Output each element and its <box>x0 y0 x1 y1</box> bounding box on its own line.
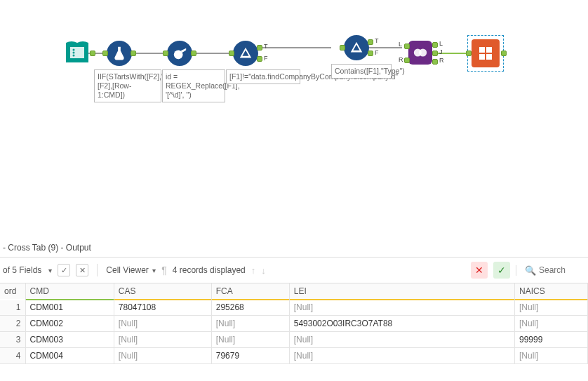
table-row[interactable]: 3CDM003[Null][Null][Null]99999 <box>0 332 588 348</box>
search-input[interactable] <box>539 265 581 275</box>
anchor-in[interactable] <box>229 51 234 56</box>
join-tool[interactable] <box>408 41 432 65</box>
cell[interactable]: CDM004 <box>25 348 114 364</box>
anchor-true[interactable] <box>368 39 373 45</box>
anchor-label-l: L <box>399 41 402 48</box>
cancel-button[interactable]: ✕ <box>471 262 488 279</box>
anchor-false[interactable] <box>368 51 373 56</box>
row-number: 3 <box>0 332 25 348</box>
cell[interactable]: 79679 <box>211 348 289 364</box>
fields-summary[interactable]: of 5 Fields <box>3 265 41 275</box>
apply-button[interactable]: ✓ <box>493 262 510 279</box>
cell[interactable]: CDM002 <box>25 316 114 332</box>
svg-point-2 <box>73 52 75 54</box>
anchor-label-j: J <box>439 48 443 55</box>
table-row[interactable]: 1CDM00178047108295268[Null][Null] <box>0 300 588 316</box>
anchor-false[interactable] <box>257 56 262 62</box>
expr-box-3[interactable]: [F1]!="data.findCompanyByCompanyId.compa… <box>226 69 300 84</box>
cell[interactable]: [Null] <box>515 300 588 316</box>
workflow-canvas[interactable]: T F T F L R L J R IIF(STartsWith([F2],'C… <box>0 0 588 140</box>
expr-box-4[interactable]: Contains([F1],"Type") <box>331 64 392 79</box>
cell[interactable]: 295268 <box>211 300 289 316</box>
column-header[interactable]: CAS <box>114 283 211 300</box>
cell[interactable]: [Null] <box>114 332 211 348</box>
row-number: 4 <box>0 348 25 364</box>
x-small-icon[interactable]: ✕ <box>76 264 88 276</box>
svg-point-3 <box>73 55 75 57</box>
anchor-label-t: T <box>375 37 379 44</box>
anchor-in[interactable] <box>163 51 168 56</box>
arrow-down-icon[interactable]: ↓ <box>261 265 266 276</box>
cell[interactable]: [Null] <box>515 316 588 332</box>
column-header[interactable]: NAICS <box>515 283 588 300</box>
cell[interactable]: [Null] <box>114 348 211 364</box>
expr-box-2[interactable]: id = REGEX_Replace([F1], '[^\d]', '') <box>162 69 225 102</box>
svg-point-6 <box>419 49 427 57</box>
anchor-in[interactable] <box>102 51 108 56</box>
anchor-j-out[interactable] <box>432 51 438 56</box>
separator <box>97 264 98 276</box>
anchor-in[interactable] <box>466 51 472 56</box>
search-icon: 🔍 <box>525 265 536 276</box>
column-header[interactable]: ord <box>0 283 25 300</box>
cell-viewer-dropdown[interactable]: Cell Viewer ▾ <box>106 265 156 275</box>
expr-box-1[interactable]: IIF(STartsWith([F2],'CDM'),[F2],[Row-1:C… <box>94 69 161 102</box>
cell[interactable]: [Null] <box>289 348 514 364</box>
formula-tool-1[interactable] <box>107 41 132 66</box>
cell[interactable]: [Null] <box>211 332 289 348</box>
column-header[interactable]: LEI <box>289 283 514 300</box>
input-data-tool[interactable] <box>63 39 91 69</box>
anchor-right-in[interactable] <box>404 58 410 63</box>
column-header[interactable]: CMD <box>25 283 114 300</box>
cell[interactable]: 78047108 <box>114 300 211 316</box>
cell[interactable]: 5493002O03IRC3O7AT88 <box>289 316 514 332</box>
table-row[interactable]: 4CDM004[Null]79679[Null][Null] <box>0 348 588 364</box>
svg-rect-10 <box>486 54 492 60</box>
filter-tool-1[interactable] <box>233 41 258 66</box>
results-toolbar: of 5 Fields ▾ ✓ ✕ Cell Viewer ▾ ¶ 4 reco… <box>0 258 588 283</box>
anchor-label-r: R <box>439 57 444 64</box>
anchor-in[interactable] <box>340 45 345 51</box>
cell[interactable]: 99999 <box>515 332 588 348</box>
anchor-true[interactable] <box>257 45 262 51</box>
anchor-label-f: F <box>375 49 379 56</box>
check-icon[interactable]: ✓ <box>58 264 70 276</box>
svg-point-1 <box>73 49 75 51</box>
cell[interactable]: [Null] <box>289 332 514 348</box>
svg-rect-0 <box>70 47 84 58</box>
column-header[interactable]: FCA <box>211 283 289 300</box>
cell[interactable]: [Null] <box>114 316 211 332</box>
search-box[interactable]: 🔍 <box>516 265 585 276</box>
arrow-up-icon[interactable]: ↑ <box>251 265 256 276</box>
anchor-out[interactable] <box>131 51 136 56</box>
cell[interactable]: CDM003 <box>25 332 114 348</box>
anchor-left-in[interactable] <box>404 44 410 49</box>
connector <box>433 53 468 54</box>
anchor-label-t: T <box>264 43 268 50</box>
paragraph-icon[interactable]: ¶ <box>161 265 167 276</box>
filter-tool-2[interactable] <box>344 35 369 60</box>
anchor-out[interactable] <box>90 51 95 56</box>
chevron-down-icon[interactable]: ▾ <box>48 267 52 274</box>
connector <box>191 53 232 54</box>
anchor-out[interactable] <box>191 51 196 56</box>
cross-tab-tool[interactable] <box>472 39 500 67</box>
formula-tool-2[interactable] <box>167 41 192 66</box>
svg-rect-9 <box>479 54 485 60</box>
cell[interactable]: CDM001 <box>25 300 114 316</box>
anchor-r-out[interactable] <box>432 59 438 65</box>
records-count: 4 records displayed <box>173 265 246 275</box>
connector <box>258 47 331 48</box>
cell[interactable]: [Null] <box>289 300 514 316</box>
table-row[interactable]: 2CDM002[Null][Null]5493002O03IRC3O7AT88[… <box>0 316 588 332</box>
row-number: 2 <box>0 316 25 332</box>
results-grid[interactable]: ordCMDCASFCALEINAICS 1CDM001780471082952… <box>0 283 588 364</box>
row-number: 1 <box>0 300 25 316</box>
anchor-label-f: F <box>264 55 268 62</box>
cell[interactable]: [Null] <box>211 316 289 332</box>
cell[interactable]: [Null] <box>515 348 588 364</box>
connector <box>368 47 402 48</box>
anchor-l-out[interactable] <box>432 42 438 48</box>
anchor-out[interactable] <box>501 51 507 56</box>
anchor-label-l: L <box>439 40 443 47</box>
